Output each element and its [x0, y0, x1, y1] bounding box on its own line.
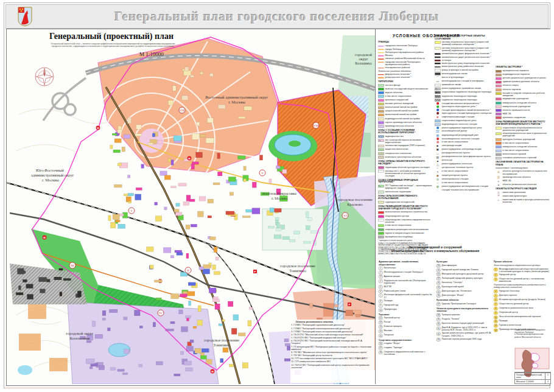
explication-row: 13 Книжная ярмарка: [379, 325, 434, 329]
item-label: Торговый центр: [384, 317, 434, 319]
regional-object-item: 6. ГБОУСПО МО "Люберецкий политехнически…: [291, 340, 373, 345]
item-number-badge: 23: [437, 281, 441, 285]
scan-edge-strip: [5, 387, 549, 389]
legend-row: ОБОЗНАЧЕНИЕ ОБЪЕКТОВ ЗАСТРОЙКИ НА ПЛАНЕ: [496, 161, 550, 166]
legend-swatch: [496, 127, 502, 130]
item-number-badge: 19: [437, 264, 441, 268]
legend-swatch: [496, 98, 502, 100]
legend-swatch: △: [435, 163, 441, 166]
legend-label: ГРАНИЦЫ: [378, 41, 433, 43]
item-label: Городская больница: [499, 290, 549, 292]
item-label: Гаражи и автостоянки: [499, 324, 549, 326]
explication-title: Экспликация зданий и сооружений: [377, 245, 493, 249]
inset-caption-line2: в Люберецком муниципальном районе Москов…: [514, 334, 550, 338]
explication-row: 20 Городской музей завода им. Камова: [437, 268, 491, 272]
item-label: Административные, хозяйственные, обществ…: [379, 261, 434, 265]
legend-label: культовые сооружения: [502, 116, 550, 119]
regional-object-item: 10. ГУП пассажирского автомобильного тра…: [291, 357, 373, 360]
legend-label: объекты промышленности: [502, 109, 550, 111]
item-label: Магазин: [384, 329, 434, 332]
legend-label: ТЕРРИТОРИИ: [378, 80, 433, 83]
item-label: Полиция: [384, 299, 434, 302]
item-label: Культуры:: [437, 261, 491, 263]
legend-swatch: [435, 66, 441, 67]
svg-text:Восточный административный окр: Восточный административный округ: [205, 95, 268, 99]
legend-row: ГРАНИЦЫ: [378, 41, 433, 43]
item-number-badge: 4: [379, 279, 383, 283]
svg-text:М: М: [97, 127, 99, 130]
legend-label: ОБЪЕКТЫ КУЛЬТУРНОГО НАСЛЕДИЯ: [496, 187, 550, 190]
legend-row: специального назначения: [378, 152, 433, 155]
legend-label: производственных объектов: [385, 125, 433, 127]
legend-row: в том числе сохраняемых: [378, 224, 433, 227]
item-number-badge: 5: [494, 294, 498, 298]
legend-swatch: [437, 138, 439, 140]
legend-swatch: ▭: [435, 80, 441, 83]
item-label: Дом культуры им. Ухтомского: [441, 290, 491, 292]
item-label: Братская могила борцов двух революций: [441, 322, 491, 324]
legend-label: административно-деловые объекты: [502, 81, 550, 83]
legend-row: федерального значения *: [378, 73, 433, 75]
legend-label: ОБЪЕКТЫ ЗАСТРОЙКИ *: [496, 66, 550, 68]
legend-swatch: [378, 125, 384, 127]
title-bar: Генеральный план городского поселения Лю…: [5, 4, 549, 29]
legend-swatch: [378, 103, 384, 105]
item-label: стадион "Искра": [384, 342, 434, 345]
legend-swatch: [496, 109, 502, 111]
item-label: Общественно-деловой центр: [499, 303, 549, 305]
legend-row: спортивно-рекреационного использования: [378, 228, 433, 231]
explication-row: 10 Прокуратура: [379, 308, 434, 312]
legend-row: в том числе сохраняемых: [496, 142, 550, 145]
map-area[interactable]: I II III IV V VI VII VIII М М М М Р Р: [7, 29, 375, 384]
legend-label: центральные тепловые пункты: [441, 167, 492, 169]
legend-label: пересадочные станции пригородного сообще…: [441, 112, 492, 114]
legend-label: памятники археологии: [502, 191, 550, 194]
legend-label: территории объектов культурного наследия: [385, 166, 433, 169]
explication-row: Учреждения административно-хозяйственног…: [494, 284, 550, 289]
item-number-badge: 12: [379, 321, 383, 324]
item-label: Памятник героям революции 1905 года: [441, 338, 491, 340]
legend-label: индивидуальные паркинги: [502, 73, 550, 75]
legend-swatch: [496, 116, 502, 119]
legend-swatch: [496, 77, 502, 80]
explication-row: 32 Здание ремесленного училища, где учил…: [437, 332, 491, 337]
legend-row: культовые сооружения: [496, 116, 550, 119]
legend-row: ② объекты культурно-бытового и социально…: [496, 170, 550, 175]
explication-row: 9 Спортивный центр: [494, 311, 550, 315]
legend-swatch: [437, 141, 439, 143]
legend-label: реконструируемые трамвайные линии: [441, 87, 492, 89]
legend-row: ■ электроподстанции: [435, 144, 493, 147]
legend-label: трамвайные линии: [441, 83, 492, 86]
explication-row: Спортивно-оздоровительные:: [379, 339, 434, 341]
item-label: Спортивный центр: [499, 311, 549, 313]
legend-row: среднеэтажной жилой застройки: [378, 110, 433, 113]
legend-label: в том числе сохраняемых: [502, 142, 550, 144]
svg-text:Красково: Красково: [347, 202, 363, 206]
legend-label: объекты торговли: [502, 88, 550, 91]
legend-row: сохраняемые водозаборные узлы: [435, 119, 493, 122]
legend-row: станции московского метрополитена *: [435, 102, 493, 105]
legend-row: магистральных улиц общегородского значен…: [435, 62, 493, 65]
legend-swatch: [437, 109, 439, 111]
legend-row: объекты торговли: [496, 88, 550, 91]
legend-swatch: [378, 201, 384, 203]
legend-row: коммунальные учреждения: [496, 105, 550, 108]
explication-row: Культовые объекты:: [437, 299, 491, 302]
item-label: Железнодорожная станция Люберцы-I: [384, 271, 434, 273]
explication-row: 6 Историко-культурный центр (усадьба Зен…: [494, 298, 550, 302]
legend-row: смежных районов Московской области: [378, 58, 433, 60]
legend-swatch: [378, 228, 384, 231]
legend-label: водопроводный регулирующий узел: [441, 134, 492, 136]
item-label: Прочие объекты:: [494, 261, 550, 263]
page-title: Генеральный план городского поселения Лю…: [6, 9, 548, 24]
legend-label: культурно-бытовых учреждений: [502, 138, 550, 141]
legend-label: водопроводные насосные станции: [441, 123, 492, 125]
legend-label: инженерно-транспортных объектов: [385, 156, 433, 158]
explication-row: Прочие объекты:: [494, 261, 550, 263]
legend-swatch: [378, 74, 384, 75]
legend-swatch: [496, 145, 502, 148]
legend-swatch: [496, 93, 502, 95]
item-number-badge: 25: [437, 290, 441, 293]
svg-text:г. Москвы: г. Москвы: [42, 178, 59, 182]
legend-label: муниципального кладбища: [385, 236, 433, 238]
